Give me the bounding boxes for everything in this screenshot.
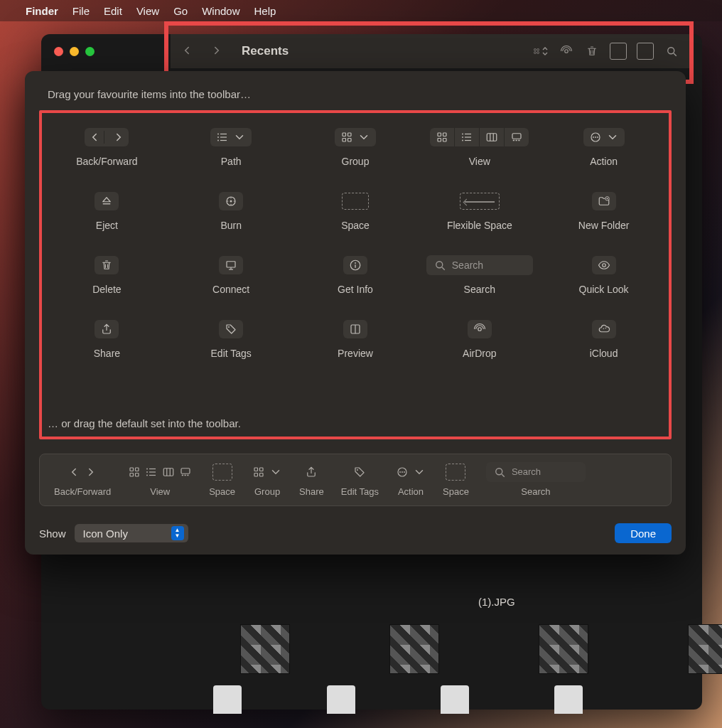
menu-go[interactable]: Go bbox=[173, 5, 188, 17]
menubar[interactable]: Finder File Edit View Go Window Help bbox=[0, 0, 722, 21]
search-icon[interactable] bbox=[664, 45, 679, 58]
ds-search: Search Search bbox=[486, 464, 586, 497]
palette-back-forward[interactable]: Back/Forward bbox=[45, 123, 169, 187]
file-name-label: (1).JPG bbox=[478, 596, 515, 608]
window-minimize-button[interactable] bbox=[70, 47, 79, 56]
window-title: Recents bbox=[242, 44, 289, 58]
menu-window[interactable]: Window bbox=[202, 5, 239, 17]
menu-file[interactable]: File bbox=[72, 5, 90, 17]
list-view-icon bbox=[455, 128, 480, 146]
palette-burn[interactable]: Burn bbox=[169, 187, 293, 251]
window-close-button[interactable] bbox=[54, 47, 63, 56]
palette-view[interactable]: View bbox=[417, 123, 542, 187]
palette-space[interactable]: Space bbox=[293, 187, 418, 251]
file-thumbnails bbox=[240, 624, 722, 674]
show-label: Show bbox=[39, 528, 66, 540]
icon-view-icon bbox=[430, 128, 455, 146]
tag-icon bbox=[225, 323, 237, 336]
ds-share: Share bbox=[299, 464, 324, 497]
show-mode-select[interactable]: Icon Only ▲▼ bbox=[75, 524, 188, 542]
palette-preview[interactable]: Preview bbox=[293, 315, 418, 379]
dock-peek bbox=[213, 685, 583, 728]
view-switcher[interactable] bbox=[533, 45, 549, 58]
new-folder-icon bbox=[598, 195, 610, 208]
eye-icon bbox=[598, 259, 610, 272]
connect-icon bbox=[225, 259, 237, 272]
share-icon bbox=[100, 323, 113, 336]
flexible-space-icon bbox=[460, 193, 500, 210]
annotation-highlight: Back/Forward Path Group View bbox=[39, 110, 672, 439]
eject-icon bbox=[100, 195, 113, 208]
sheet-instruction-top: Drag your favourite items into the toolb… bbox=[48, 88, 672, 100]
search-icon bbox=[433, 259, 446, 272]
chevron-right-icon bbox=[109, 131, 129, 144]
traffic-lights bbox=[54, 47, 95, 56]
palette-edit-tags[interactable]: Edit Tags bbox=[169, 315, 293, 379]
list-icon bbox=[216, 131, 229, 144]
palette-delete[interactable]: Delete bbox=[45, 251, 169, 315]
finder-toolbar: Recents bbox=[171, 34, 689, 68]
airdrop-icon bbox=[473, 323, 486, 336]
toolbar-placeholder[interactable] bbox=[637, 43, 654, 60]
file-thumbnail[interactable] bbox=[688, 624, 722, 674]
file-thumbnail[interactable] bbox=[539, 624, 588, 674]
palette-connect[interactable]: Connect bbox=[169, 251, 293, 315]
customize-toolbar-sheet: Drag your favourite items into the toolb… bbox=[25, 71, 686, 555]
ds-action: Action bbox=[396, 464, 426, 497]
palette-airdrop[interactable]: AirDrop bbox=[417, 315, 542, 379]
ds-space2: Space bbox=[443, 464, 469, 497]
palette-flexible-space[interactable]: Flexible Space bbox=[417, 187, 542, 251]
info-icon bbox=[349, 259, 362, 272]
forward-button[interactable] bbox=[210, 44, 223, 59]
palette-action[interactable]: Action bbox=[542, 123, 666, 187]
toolbar-placeholder[interactable] bbox=[610, 43, 627, 60]
palette-new-folder[interactable]: New Folder bbox=[542, 187, 666, 251]
space-icon bbox=[342, 193, 369, 210]
grid-icon bbox=[340, 131, 353, 144]
palette-get-info[interactable]: Get Info bbox=[293, 251, 418, 315]
done-button[interactable]: Done bbox=[615, 523, 672, 543]
trash-icon bbox=[100, 259, 113, 272]
toolbar-item-palette: Back/Forward Path Group View bbox=[45, 123, 666, 413]
cloud-icon bbox=[598, 323, 610, 336]
ds-space: Space bbox=[209, 464, 235, 497]
back-button[interactable] bbox=[180, 44, 193, 59]
airdrop-icon[interactable] bbox=[559, 45, 574, 58]
window-zoom-button[interactable] bbox=[85, 47, 95, 56]
chevron-left-icon bbox=[85, 131, 104, 144]
app-menu[interactable]: Finder bbox=[26, 5, 58, 17]
palette-quick-look[interactable]: Quick Look bbox=[542, 251, 666, 315]
chevron-down-icon bbox=[233, 131, 246, 144]
action-icon bbox=[589, 131, 602, 144]
palette-icloud[interactable]: iCloud bbox=[542, 315, 666, 379]
ds-view: View bbox=[128, 464, 192, 497]
chevron-down-icon bbox=[606, 131, 619, 144]
column-view-icon bbox=[480, 128, 505, 146]
stepper-icon: ▲▼ bbox=[171, 526, 184, 540]
default-toolbar-set[interactable]: Back/Forward View Space Group Share Edit… bbox=[39, 454, 672, 506]
chevron-down-icon bbox=[357, 131, 370, 144]
file-thumbnail[interactable] bbox=[240, 624, 290, 674]
palette-path[interactable]: Path bbox=[169, 123, 293, 187]
sheet-instruction-bottom: … or drag the default set into the toolb… bbox=[48, 417, 666, 429]
file-thumbnail[interactable] bbox=[389, 624, 439, 674]
palette-search[interactable]: Search Search bbox=[417, 251, 542, 315]
preview-icon bbox=[349, 323, 362, 336]
ds-group: Group bbox=[252, 464, 282, 497]
burn-icon bbox=[225, 195, 237, 208]
menu-view[interactable]: View bbox=[136, 5, 159, 17]
palette-group[interactable]: Group bbox=[293, 123, 418, 187]
trash-icon[interactable] bbox=[584, 45, 600, 58]
palette-share[interactable]: Share bbox=[45, 315, 169, 379]
ds-back-forward: Back/Forward bbox=[54, 464, 111, 497]
menu-edit[interactable]: Edit bbox=[104, 5, 122, 17]
gallery-view-icon bbox=[505, 128, 529, 146]
ds-edit-tags: Edit Tags bbox=[341, 464, 379, 497]
palette-eject[interactable]: Eject bbox=[45, 187, 169, 251]
menu-help[interactable]: Help bbox=[254, 5, 276, 17]
